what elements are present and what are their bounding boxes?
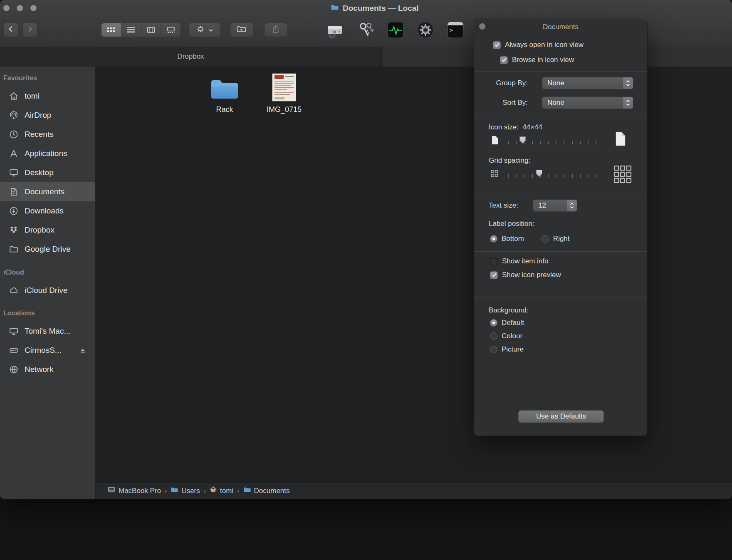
path-separator: ›	[204, 487, 206, 495]
path-separator: ›	[165, 487, 167, 495]
share-icon	[272, 25, 280, 35]
sidebar-header-favourites: Favourites	[0, 70, 95, 87]
home-icon	[210, 486, 217, 495]
icon-size-label: Icon size: 44×44	[489, 123, 542, 131]
background-colour-row: Colour	[490, 331, 522, 342]
file-img-0715[interactable]: IMG_0715	[264, 72, 304, 114]
close-button[interactable]	[3, 5, 10, 11]
minimize-button[interactable]	[17, 5, 23, 11]
sidebar-item-cirmoss[interactable]: CirmosS...	[0, 341, 95, 360]
new-folder-icon	[236, 25, 247, 35]
text-size-select[interactable]: 12	[533, 199, 577, 212]
forward-button[interactable]	[22, 23, 37, 37]
chevron-up-down-icon	[567, 200, 577, 211]
radio-background-default[interactable]	[490, 319, 497, 327]
sidebar-item-dropbox[interactable]: Dropbox	[0, 221, 95, 240]
icon-size-value: 44×44	[522, 123, 542, 131]
sort-by-select[interactable]: None	[542, 97, 633, 109]
icon-size-slider[interactable]	[507, 136, 603, 146]
text-size-label: Text size:	[489, 201, 518, 210]
column-view-button[interactable]	[141, 23, 161, 37]
file-label: IMG_0715	[267, 105, 302, 114]
tab-dropbox[interactable]: Dropbox	[0, 47, 382, 67]
folder-rack[interactable]: Rack	[205, 72, 245, 114]
view-options-panel: Documents Always open in icon view Brows…	[474, 20, 648, 436]
view-mode-segmented-control	[101, 23, 181, 37]
panel-title: Documents	[474, 23, 647, 31]
globe-icon	[8, 364, 19, 375]
grid-view-button[interactable]	[101, 23, 121, 37]
sidebar-header-icloud: iCloud	[0, 264, 95, 281]
use-as-defaults-button[interactable]: Use as Defaults	[518, 410, 604, 423]
terminal-icon[interactable]: >_	[446, 21, 465, 39]
traffic-lights	[3, 5, 42, 13]
list-view-button[interactable]	[121, 23, 141, 37]
sidebar-item-network[interactable]: Network	[0, 360, 95, 379]
sidebar-item-downloads[interactable]: Downloads	[0, 201, 95, 221]
radio-background-picture[interactable]	[490, 346, 497, 353]
applications-icon	[8, 148, 19, 159]
path-item-macbook-pro[interactable]: MacBook Pro	[107, 486, 161, 495]
path-item-documents[interactable]: Documents	[243, 486, 290, 495]
sidebar-item-recents[interactable]: Recents	[0, 125, 95, 144]
separator	[475, 71, 647, 72]
dropbox-icon	[8, 225, 19, 235]
checkbox-show-icon-preview[interactable]	[490, 271, 498, 279]
grid-spacing-slider[interactable]	[507, 169, 603, 179]
file-label: Rack	[216, 105, 233, 114]
activity-monitor-icon[interactable]	[386, 21, 405, 39]
disk-utility-icon[interactable]	[326, 21, 344, 39]
gear-utility-icon[interactable]	[416, 21, 435, 39]
action-menu-button[interactable]	[188, 23, 221, 37]
sidebar-item-documents[interactable]: Documents	[0, 182, 95, 201]
radio-label-bottom[interactable]	[490, 235, 497, 243]
browse-row: Browse in icon view	[500, 55, 574, 65]
titlebar: Documents — Local	[331, 4, 419, 13]
background-default-row: Default	[490, 317, 524, 328]
path-separator: ›	[237, 487, 239, 495]
chevron-up-down-icon	[623, 77, 633, 89]
checkbox-always-open-icon-view[interactable]	[493, 41, 501, 49]
svg-text:>_: >_	[450, 27, 456, 33]
sort-by-label: Sort By:	[474, 99, 528, 107]
checkbox-show-item-info[interactable]	[490, 258, 498, 265]
gallery-view-button[interactable]	[161, 23, 181, 37]
sidebar: Favourites tomi AirDrop Recents Applicat…	[0, 67, 96, 499]
eject-icon[interactable]	[79, 347, 86, 354]
computer-icon	[8, 326, 19, 337]
share-button[interactable]	[264, 23, 287, 37]
sidebar-item-tomi[interactable]: tomi	[0, 87, 95, 106]
sidebar-item-airdrop[interactable]: AirDrop	[0, 106, 95, 125]
path-bar: MacBook Pro › Users › tomi › Documents	[96, 482, 732, 499]
document-icon	[8, 186, 19, 197]
group-by-select[interactable]: None	[542, 77, 633, 89]
sidebar-item-tomis-mac[interactable]: Tomi's Mac...	[0, 322, 95, 341]
chevron-left-icon	[7, 25, 15, 35]
radio-background-colour[interactable]	[490, 332, 497, 340]
path-item-tomi[interactable]: tomi	[210, 486, 233, 495]
folder-icon	[171, 486, 178, 495]
background-label: Background:	[489, 306, 528, 315]
sidebar-item-desktop[interactable]: Desktop	[0, 163, 95, 182]
window-title: Documents — Local	[343, 4, 419, 13]
keychain-icon[interactable]	[357, 21, 375, 39]
group-by-label: Group By:	[474, 79, 528, 87]
separator	[475, 297, 647, 297]
back-button[interactable]	[3, 23, 18, 37]
path-item-users[interactable]: Users	[171, 486, 200, 495]
sidebar-item-applications[interactable]: Applications	[0, 144, 95, 163]
zoom-button[interactable]	[30, 5, 37, 11]
large-document-icon	[614, 131, 627, 149]
slider-ticks	[508, 174, 603, 178]
sidebar-item-icloud-drive[interactable]: iCloud Drive	[0, 281, 95, 300]
radio-label-right[interactable]	[542, 235, 549, 243]
cloud-icon	[8, 285, 19, 296]
separator	[475, 114, 647, 114]
checkbox-browse-icon-view[interactable]	[500, 56, 508, 64]
new-folder-button[interactable]	[230, 23, 253, 37]
background-picture-row: Picture	[490, 344, 524, 355]
separator	[475, 251, 647, 252]
sidebar-item-google-drive[interactable]: Google Drive	[0, 240, 95, 259]
proxy-folder-icon	[331, 4, 339, 13]
gear-icon	[196, 25, 205, 35]
